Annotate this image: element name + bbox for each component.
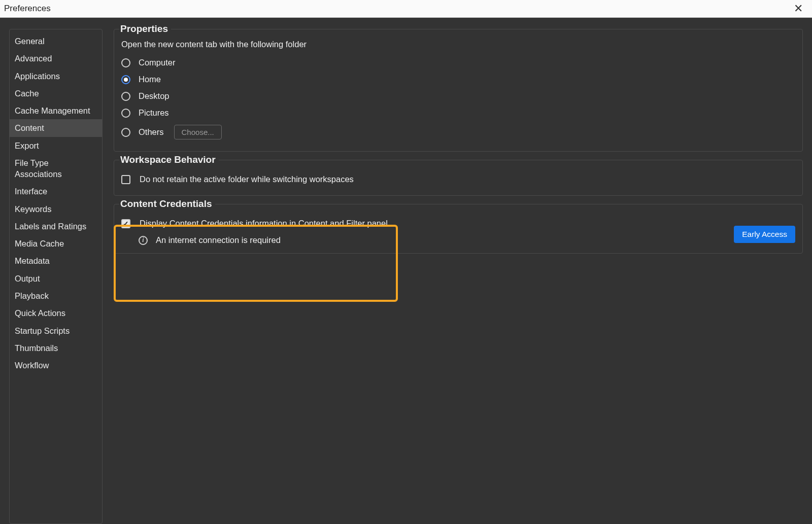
radio-others[interactable] bbox=[121, 128, 130, 137]
sidebar-item-playback[interactable]: Playback bbox=[10, 287, 102, 304]
main-layout: General Advanced Applications Cache Cach… bbox=[0, 18, 812, 524]
properties-title: Properties bbox=[119, 23, 171, 34]
radio-pictures[interactable] bbox=[121, 109, 130, 118]
radio-label-home: Home bbox=[139, 75, 161, 84]
sidebar-item-startup-scripts[interactable]: Startup Scripts bbox=[10, 322, 102, 339]
sidebar-item-quick-actions[interactable]: Quick Actions bbox=[10, 304, 102, 322]
sidebar-item-advanced[interactable]: Advanced bbox=[10, 50, 102, 67]
sidebar-item-labels-and-ratings[interactable]: Labels and Ratings bbox=[10, 218, 102, 235]
radio-label-others: Others bbox=[139, 127, 164, 137]
sidebar-item-interface[interactable]: Interface bbox=[10, 183, 102, 200]
sidebar-item-media-cache[interactable]: Media Cache bbox=[10, 235, 102, 252]
credentials-info-row: i An internet connection is required bbox=[121, 231, 795, 245]
sidebar-item-workflow[interactable]: Workflow bbox=[10, 357, 102, 374]
radio-row-pictures[interactable]: Pictures bbox=[121, 104, 795, 121]
radio-row-others[interactable]: Others Choose... bbox=[121, 121, 795, 143]
credentials-checkbox-label: Display Content Credentials information … bbox=[140, 219, 388, 228]
sidebar-item-keywords[interactable]: Keywords bbox=[10, 200, 102, 218]
credentials-checkbox-row[interactable]: Display Content Credentials information … bbox=[121, 216, 795, 231]
content-area: Properties Open the new content tab with… bbox=[114, 29, 803, 524]
workspace-panel: Workspace Behavior Do not retain the act… bbox=[114, 160, 803, 196]
radio-row-home[interactable]: Home bbox=[121, 71, 795, 88]
choose-button[interactable]: Choose... bbox=[174, 125, 222, 139]
info-icon: i bbox=[139, 236, 148, 245]
title-bar: Preferences ✕ bbox=[0, 0, 812, 18]
sidebar-item-cache[interactable]: Cache bbox=[10, 85, 102, 102]
sidebar-item-metadata[interactable]: Metadata bbox=[10, 252, 102, 269]
sidebar-item-file-type-associations[interactable]: File Type Associations bbox=[10, 154, 102, 183]
properties-description: Open the new content tab with the follow… bbox=[121, 40, 795, 49]
early-access-button[interactable]: Early Access bbox=[734, 226, 795, 243]
workspace-checkbox[interactable] bbox=[121, 175, 130, 184]
sidebar-item-cache-management[interactable]: Cache Management bbox=[10, 102, 102, 119]
radio-label-pictures: Pictures bbox=[139, 108, 169, 118]
workspace-checkbox-label: Do not retain the active folder while sw… bbox=[140, 174, 354, 184]
properties-panel: Properties Open the new content tab with… bbox=[114, 29, 803, 152]
sidebar-item-applications[interactable]: Applications bbox=[10, 67, 102, 85]
sidebar: General Advanced Applications Cache Cach… bbox=[9, 29, 103, 524]
workspace-title: Workspace Behavior bbox=[119, 154, 219, 165]
credentials-info-text: An internet connection is required bbox=[156, 235, 281, 245]
sidebar-item-general[interactable]: General bbox=[10, 32, 102, 50]
close-icon[interactable]: ✕ bbox=[791, 2, 806, 15]
radio-desktop[interactable] bbox=[121, 92, 130, 101]
sidebar-item-thumbnails[interactable]: Thumbnails bbox=[10, 339, 102, 357]
workspace-checkbox-row[interactable]: Do not retain the active folder while sw… bbox=[121, 171, 795, 187]
credentials-title: Content Credentials bbox=[119, 198, 215, 209]
credentials-checkbox[interactable] bbox=[121, 219, 130, 228]
credentials-panel: Content Credentials Display Content Cred… bbox=[114, 204, 803, 254]
sidebar-item-content[interactable]: Content bbox=[10, 119, 102, 136]
radio-home[interactable] bbox=[121, 75, 130, 84]
window-title: Preferences bbox=[4, 4, 51, 14]
radio-label-desktop: Desktop bbox=[139, 91, 170, 101]
radio-row-computer[interactable]: Computer bbox=[121, 54, 795, 71]
radio-label-computer: Computer bbox=[139, 58, 175, 67]
radio-row-desktop[interactable]: Desktop bbox=[121, 88, 795, 104]
sidebar-item-export[interactable]: Export bbox=[10, 137, 102, 154]
sidebar-item-output[interactable]: Output bbox=[10, 270, 102, 287]
radio-computer[interactable] bbox=[121, 58, 130, 67]
